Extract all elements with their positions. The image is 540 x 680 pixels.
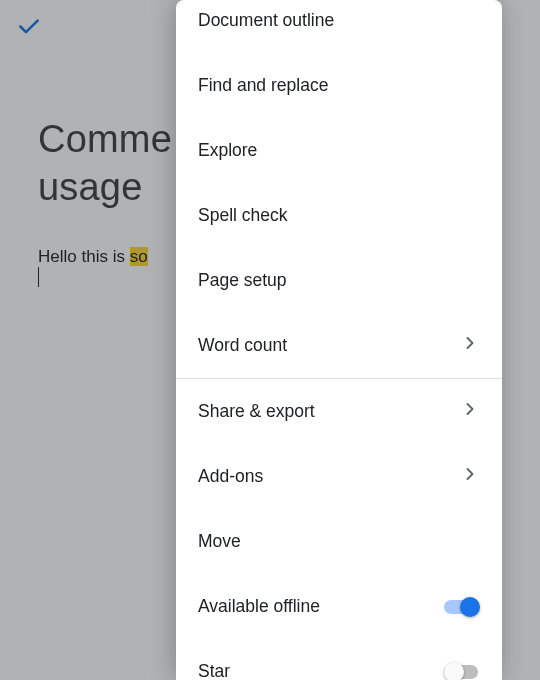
- menu-item-document-outline[interactable]: Document outline: [176, 0, 502, 53]
- menu-item-label: Spell check: [198, 205, 480, 226]
- menu-item-available-offline[interactable]: Available offline: [176, 574, 502, 639]
- menu-item-label: Share & export: [198, 401, 460, 422]
- menu-item-label: Find and replace: [198, 75, 480, 96]
- menu-item-share-export[interactable]: Share & export: [176, 379, 502, 444]
- menu-item-move[interactable]: Move: [176, 509, 502, 574]
- switch-thumb: [460, 597, 480, 617]
- menu-item-label: Star: [198, 661, 444, 680]
- menu-item-word-count[interactable]: Word count: [176, 313, 502, 378]
- menu-item-label: Word count: [198, 335, 460, 356]
- menu-item-page-setup[interactable]: Page setup: [176, 248, 502, 313]
- chevron-right-icon: [460, 464, 480, 489]
- menu-item-spell-check[interactable]: Spell check: [176, 183, 502, 248]
- menu-item-find-replace[interactable]: Find and replace: [176, 53, 502, 118]
- star-toggle[interactable]: [444, 662, 480, 681]
- menu-item-add-ons[interactable]: Add-ons: [176, 444, 502, 509]
- overflow-menu: Document outline Find and replace Explor…: [176, 0, 502, 680]
- menu-item-label: Document outline: [198, 10, 480, 31]
- menu-item-label: Explore: [198, 140, 480, 161]
- menu-item-explore[interactable]: Explore: [176, 118, 502, 183]
- chevron-right-icon: [460, 333, 480, 358]
- switch-thumb: [444, 662, 464, 681]
- menu-item-label: Page setup: [198, 270, 480, 291]
- menu-item-label: Move: [198, 531, 480, 552]
- chevron-right-icon: [460, 399, 480, 424]
- menu-item-label: Add-ons: [198, 466, 460, 487]
- menu-item-star[interactable]: Star: [176, 639, 502, 680]
- menu-item-label: Available offline: [198, 596, 444, 617]
- available-offline-toggle[interactable]: [444, 597, 480, 617]
